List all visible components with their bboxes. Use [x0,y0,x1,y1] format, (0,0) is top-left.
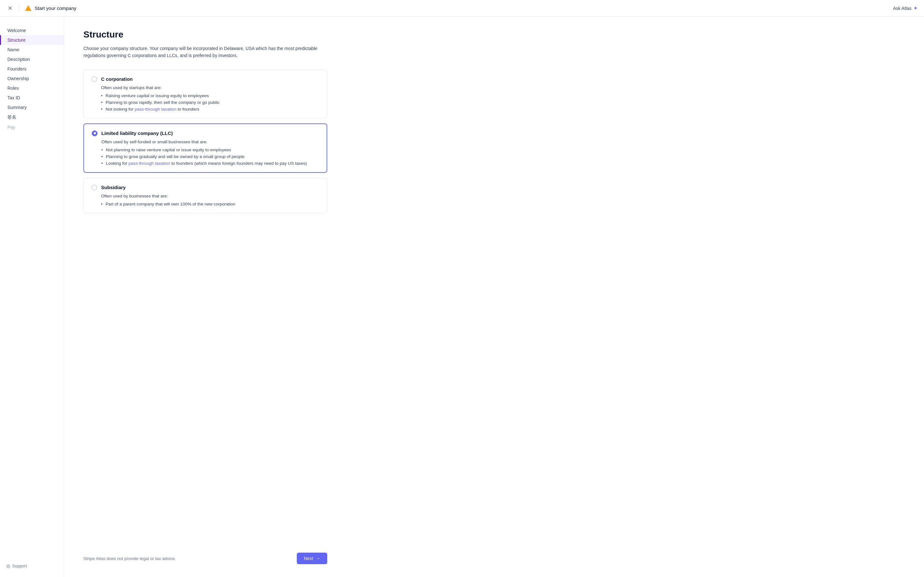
option-card-c-corp[interactable]: C corporationOften used by startups that… [83,69,327,118]
ask-atlas-button[interactable]: Ask Atlas ✦ [893,5,918,11]
pass-through-link-llc[interactable]: pass-through taxation [129,161,170,166]
option-title-subsidiary: Subsidiary [101,185,126,190]
bullet-c-corp-1: Planning to grow rapidly, then sell the … [101,100,319,105]
option-bullets-llc: Not planning to raise venture capital or… [102,147,319,166]
sidebar-item-summary[interactable]: Summary [0,103,64,112]
bullet-subsidiary-0: Part of a parent company that will own 1… [101,201,319,206]
bullet-llc-0: Not planning to raise venture capital or… [102,147,319,152]
option-header-c-corp: C corporation [91,76,319,82]
option-subtitle-llc: Often used by self-funded or small busin… [102,139,319,144]
support-icon: ◎ [6,563,10,568]
footer-note: Stripe Atlas does not provide legal or t… [83,556,176,561]
pass-through-link-c-corp[interactable]: pass-through taxation [135,107,176,111]
next-arrow-icon: → [316,556,320,561]
bullet-c-corp-2: Not looking for pass-through taxation to… [101,107,319,111]
support-label: Support [12,564,27,568]
radio-llc[interactable] [92,131,97,136]
sidebar-item-structure[interactable]: Structure [0,35,64,45]
main-layout: WelcomeStructureNameDescriptionFoundersO… [0,17,924,577]
main-content: Structure Choose your company structure.… [64,17,924,577]
footer: Stripe Atlas does not provide legal or t… [83,542,327,564]
topbar: ✕ Start your company Ask Atlas ✦ [0,0,924,17]
next-label: Next [304,556,313,561]
sidebar-item-welcome[interactable]: Welcome [0,26,64,35]
page-title: Structure [83,29,905,40]
ask-atlas-label: Ask Atlas [893,6,911,11]
sidebar: WelcomeStructureNameDescriptionFoundersO… [0,17,64,577]
option-header-subsidiary: Subsidiary [91,185,319,190]
option-subtitle-c-corp: Often used by startups that are: [101,85,319,90]
topbar-left: ✕ Start your company [6,3,76,13]
option-header-llc: Limited liability company (LLC) [92,131,319,136]
sidebar-item-sign[interactable]: 签名 [0,112,64,122]
option-bullets-subsidiary: Part of a parent company that will own 1… [101,201,319,206]
bullet-llc-1: Planning to grow gradually and will be o… [102,154,319,159]
sidebar-item-taxid[interactable]: Tax ID [0,93,64,103]
options-list: C corporationOften used by startups that… [83,69,327,213]
sidebar-item-description[interactable]: Description [0,55,64,64]
bullet-c-corp-0: Raising venture capital or issuing equit… [101,93,319,98]
sparkle-icon: ✦ [913,5,918,11]
radio-subsidiary[interactable] [91,185,97,190]
close-button[interactable]: ✕ [6,3,14,13]
app-title: Start your company [35,5,76,11]
option-card-subsidiary[interactable]: SubsidiaryOften used by businesses that … [83,178,327,213]
option-card-llc[interactable]: Limited liability company (LLC)Often use… [83,123,327,173]
svg-marker-0 [25,5,31,11]
sidebar-item-roles[interactable]: Roles [0,83,64,93]
option-title-llc: Limited liability company (LLC) [102,131,173,136]
sidebar-item-founders[interactable]: Founders [0,64,64,74]
next-button[interactable]: Next → [297,553,327,564]
option-subtitle-subsidiary: Often used by businesses that are: [101,193,319,198]
option-bullets-c-corp: Raising venture capital or issuing equit… [101,93,319,111]
brand: Start your company [24,5,76,12]
radio-c-corp[interactable] [91,76,97,82]
brand-logo-icon [24,5,32,12]
support-link[interactable]: ◎ Support [0,561,64,571]
sidebar-item-name[interactable]: Name [0,45,64,55]
bullet-llc-2: Looking for pass-through taxation to fou… [102,161,319,166]
sidebar-item-pay: Pay [0,122,64,132]
page-description: Choose your company structure. Your comp… [83,45,327,59]
sidebar-item-ownership[interactable]: Ownership [0,74,64,83]
option-title-c-corp: C corporation [101,76,132,82]
